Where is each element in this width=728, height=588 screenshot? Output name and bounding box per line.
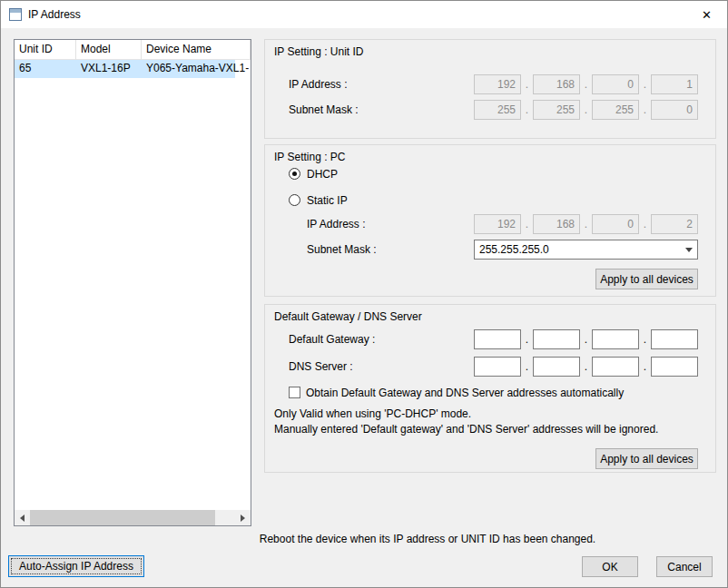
- static-ip-radio[interactable]: [289, 194, 300, 206]
- ip-address-dialog: IP Address ✕ Unit ID Model Device Name 6…: [0, 0, 728, 588]
- pc-ip-octet-1: [474, 214, 521, 234]
- octet-separator: .: [580, 360, 592, 373]
- pc-ip-address-label: IP Address :: [307, 218, 365, 230]
- pc-apply-all-button[interactable]: Apply to all devices: [595, 269, 698, 289]
- scroll-right-button[interactable]: [235, 510, 251, 525]
- octet-separator: .: [521, 103, 533, 116]
- unit-subnet-octet-3: [592, 100, 639, 120]
- pc-ip-octet-4: [651, 214, 698, 234]
- horizontal-scrollbar[interactable]: [15, 510, 251, 525]
- pc-dhcp-note-line2: Manually entered 'Default gateway' and '…: [274, 423, 658, 436]
- column-header-model[interactable]: Model: [76, 40, 142, 60]
- dns-octet-4[interactable]: [651, 357, 698, 377]
- pc-dhcp-note-line1: Only Valid when using 'PC-DHCP' mode.: [274, 407, 471, 420]
- group-ip-setting-pc: IP Setting : PC DHCP Static IP IP Addres…: [264, 144, 716, 297]
- pc-subnet-mask-combobox[interactable]: 255.255.255.0: [474, 240, 698, 260]
- dhcp-radio-label: DHCP: [307, 168, 338, 181]
- group-title: IP Setting : Unit ID: [274, 45, 364, 58]
- dns-server-label: DNS Server :: [289, 360, 353, 373]
- octet-separator: .: [580, 78, 592, 91]
- unit-ip-octet-1: [474, 74, 521, 94]
- device-list-header: Unit ID Model Device Name: [15, 40, 251, 60]
- group-ip-setting-unit-id: IP Setting : Unit ID IP Address : . . . …: [264, 39, 716, 139]
- dhcp-radio[interactable]: [289, 168, 300, 180]
- scroll-left-icon: [20, 514, 25, 522]
- obtain-auto-checkbox[interactable]: [289, 387, 300, 398]
- dns-octet-3[interactable]: [592, 357, 639, 377]
- close-button[interactable]: ✕: [686, 1, 727, 28]
- obtain-auto-checkbox-label: Obtain Default Gateway and DNS Server ad…: [306, 387, 624, 399]
- octet-separator: .: [521, 78, 533, 91]
- close-icon: ✕: [702, 8, 712, 22]
- combobox-value: 255.255.255.0: [479, 243, 549, 256]
- unit-subnet-octet-2: [533, 100, 580, 120]
- unit-ip-octet-3: [592, 74, 639, 94]
- octet-separator: .: [639, 78, 651, 91]
- octet-separator: .: [639, 360, 651, 373]
- octet-separator: .: [521, 333, 533, 346]
- default-gateway-label: Default Gateway :: [289, 333, 375, 346]
- scroll-left-button[interactable]: [15, 510, 30, 525]
- dns-octet-1[interactable]: [474, 357, 521, 377]
- titlebar[interactable]: IP Address ✕: [1, 1, 727, 28]
- cell-model: VXL1-16P: [76, 60, 142, 78]
- chevron-down-icon[interactable]: [681, 240, 697, 259]
- cell-device-name: Y065-Yamaha-VXL1-: [142, 60, 251, 78]
- reboot-note: Reboot the device when its IP address or…: [128, 533, 727, 545]
- group-title: Default Gateway / DNS Server: [274, 310, 422, 323]
- column-header-unit-id[interactable]: Unit ID: [15, 40, 76, 60]
- group-title: IP Setting : PC: [274, 151, 346, 163]
- octet-separator: .: [580, 333, 592, 346]
- gateway-apply-all-button[interactable]: Apply to all devices: [595, 448, 698, 469]
- unit-ip-address-label: IP Address :: [289, 78, 347, 91]
- gateway-octet-3[interactable]: [592, 329, 639, 349]
- table-row[interactable]: 65 VXL1-16P Y065-Yamaha-VXL1-: [15, 60, 235, 78]
- octet-separator: .: [521, 360, 533, 373]
- scrollbar-thumb[interactable]: [30, 510, 215, 525]
- cell-unit-id: 65: [15, 60, 76, 78]
- octet-separator: .: [580, 103, 592, 116]
- static-ip-radio-label: Static IP: [307, 194, 348, 207]
- cancel-button[interactable]: Cancel: [656, 556, 713, 577]
- unit-subnet-mask-label: Subnet Mask :: [289, 103, 359, 116]
- unit-subnet-octet-4: [651, 100, 698, 120]
- octet-separator: .: [639, 103, 651, 116]
- pc-ip-octet-2: [533, 214, 580, 234]
- dns-octet-2[interactable]: [533, 357, 580, 377]
- unit-subnet-octet-1: [474, 100, 521, 120]
- gateway-octet-1[interactable]: [474, 329, 521, 349]
- pc-subnet-mask-label: Subnet Mask :: [307, 243, 377, 256]
- pc-ip-octet-3: [592, 214, 639, 234]
- scroll-right-icon: [241, 514, 245, 522]
- gateway-octet-2[interactable]: [533, 329, 580, 349]
- group-default-gateway-dns: Default Gateway / DNS Server Default Gat…: [264, 304, 716, 473]
- gateway-octet-4[interactable]: [651, 329, 698, 349]
- auto-assign-ip-button[interactable]: Auto-Assign IP Address: [8, 555, 144, 577]
- ok-button[interactable]: OK: [582, 556, 638, 577]
- device-list: Unit ID Model Device Name 65 VXL1-16P Y0…: [14, 39, 251, 526]
- octet-separator: .: [639, 218, 651, 230]
- octet-separator: .: [521, 218, 533, 230]
- window-title: IP Address: [28, 8, 81, 21]
- octet-separator: .: [580, 218, 592, 230]
- unit-ip-octet-4: [651, 74, 698, 94]
- octet-separator: .: [639, 333, 651, 346]
- window-icon: [9, 8, 22, 21]
- column-header-device-name[interactable]: Device Name: [142, 40, 251, 60]
- unit-ip-octet-2: [533, 74, 580, 94]
